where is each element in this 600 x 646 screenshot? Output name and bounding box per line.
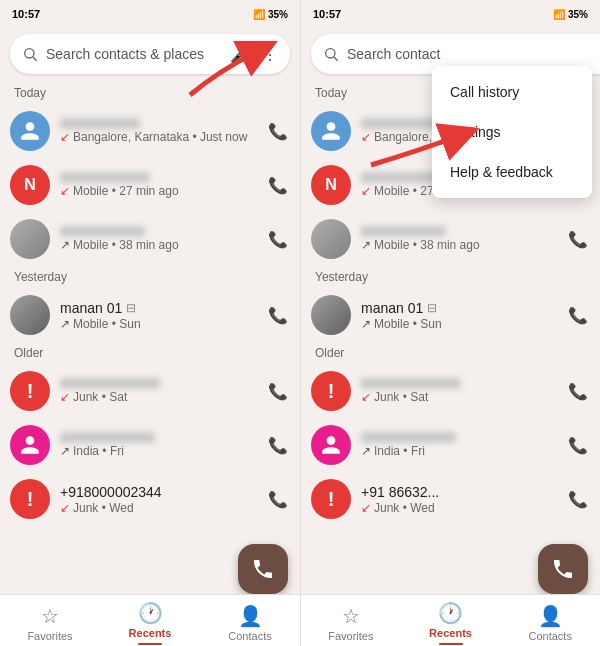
call-info-6: ↗ India • Fri	[60, 432, 258, 458]
call-name-6	[60, 432, 258, 443]
fab-button[interactable]	[238, 544, 288, 594]
call-info-7: +918000002344 ↙ Junk • Wed	[60, 484, 258, 515]
right-call-phone-5[interactable]: 📞	[568, 382, 588, 401]
name-blur-5	[60, 378, 160, 389]
call-detail-6: ↗ India • Fri	[60, 444, 258, 458]
dropdown-help[interactable]: Help & feedback	[432, 152, 592, 192]
right-call-item-6[interactable]: ↗ India • Fri 📞	[301, 418, 600, 472]
call-item-3[interactable]: ↗ Mobile • 38 min ago 📞	[0, 212, 300, 266]
right-avatar-4	[311, 295, 351, 335]
call-phone-3[interactable]: 📞	[268, 230, 288, 249]
call-phone-7[interactable]: 📞	[268, 490, 288, 509]
dropdown-settings[interactable]: Settings	[432, 112, 592, 152]
section-older-left: Older	[0, 342, 300, 364]
call-item-1[interactable]: ↙ Bangalore, Karnataka • Just now 📞	[0, 104, 300, 158]
favorites-icon: ☆	[41, 604, 59, 628]
nav-recents-label: Recents	[129, 627, 172, 639]
call-name-2	[60, 172, 258, 183]
svg-line-1	[33, 57, 37, 61]
right-call-item-5[interactable]: ! ↙ Junk • Sat 📞	[301, 364, 600, 418]
recents-icon-right: 🕐	[438, 601, 463, 625]
bottom-nav-left: ☆ Favorites 🕐 Recents 👤 Contacts	[0, 594, 300, 646]
battery-icon-right: 35%	[568, 9, 588, 20]
avatar-6	[10, 425, 50, 465]
svg-point-2	[326, 49, 335, 58]
call-info-1: ↙ Bangalore, Karnataka • Just now	[60, 118, 258, 144]
sim-icon-right-4: ⊟	[427, 301, 437, 315]
call-item-5[interactable]: ! ↙ Junk • Sat 📞	[0, 364, 300, 418]
nav-favorites-right[interactable]: ☆ Favorites	[301, 600, 401, 642]
contacts-icon-right: 👤	[538, 604, 563, 628]
recents-icon: 🕐	[138, 601, 163, 625]
call-info-5: ↙ Junk • Sat	[60, 378, 258, 404]
mic-icon[interactable]: 🎤	[230, 45, 250, 64]
favorites-icon-right: ☆	[342, 604, 360, 628]
call-phone-1[interactable]: 📞	[268, 122, 288, 141]
section-today-left: Today	[0, 82, 300, 104]
name-blur-3	[60, 226, 145, 237]
more-icon-left[interactable]: ⋮	[262, 45, 278, 64]
section-older-right: Older	[301, 342, 600, 364]
fab-button-right[interactable]	[538, 544, 588, 594]
nav-favorites-left[interactable]: ☆ Favorites	[0, 600, 100, 642]
contacts-icon: 👤	[238, 604, 263, 628]
avatar-1	[10, 111, 50, 151]
right-call-name-6	[361, 432, 558, 443]
right-call-info-3: ↗ Mobile • 38 min ago	[361, 226, 558, 252]
right-call-phone-3[interactable]: 📞	[568, 230, 588, 249]
call-type-icon-3: ↗	[60, 238, 70, 252]
right-call-phone-7[interactable]: 📞	[568, 490, 588, 509]
right-avatar-2: N	[311, 165, 351, 205]
nav-recents-right[interactable]: 🕐 Recents	[401, 597, 501, 645]
svg-point-0	[25, 49, 34, 58]
nav-contacts-label-right: Contacts	[528, 630, 571, 642]
svg-line-3	[334, 57, 338, 61]
right-call-name-3	[361, 226, 558, 237]
section-yesterday-left: Yesterday	[0, 266, 300, 288]
right-avatar-1	[311, 111, 351, 151]
right-avatar-6	[311, 425, 351, 465]
call-phone-6[interactable]: 📞	[268, 436, 288, 455]
avatar-2: N	[10, 165, 50, 205]
right-call-item-7[interactable]: ! +91 86632... ↙ Junk • Wed 📞	[301, 472, 600, 526]
call-name-5	[60, 378, 258, 389]
call-detail-4: ↗ Mobile • Sun	[60, 317, 258, 331]
call-item-4[interactable]: manan 01 ⊟ ↗ Mobile • Sun 📞	[0, 288, 300, 342]
call-phone-5[interactable]: 📞	[268, 382, 288, 401]
nav-recents-left[interactable]: 🕐 Recents	[100, 597, 200, 645]
call-phone-4[interactable]: 📞	[268, 306, 288, 325]
call-name-3	[60, 226, 258, 237]
avatar-5: !	[10, 371, 50, 411]
call-info-2: ↙ Mobile • 27 min ago	[60, 172, 258, 198]
right-call-name-7: +91 86632...	[361, 484, 558, 500]
right-avatar-7: !	[311, 479, 351, 519]
call-detail-1: ↙ Bangalore, Karnataka • Just now	[60, 130, 258, 144]
dropdown-call-history[interactable]: Call history	[432, 72, 592, 112]
wifi-icon-right: 📶	[553, 9, 565, 20]
wifi-icon: 📶	[253, 9, 265, 20]
right-call-item-4[interactable]: manan 01 ⊟ ↗ Mobile • Sun 📞	[301, 288, 600, 342]
call-type-icon-2: ↙	[60, 184, 70, 198]
call-item-2[interactable]: N ↙ Mobile • 27 min ago 📞	[0, 158, 300, 212]
battery-icon: 35%	[268, 9, 288, 20]
call-type-icon-4: ↗	[60, 317, 70, 331]
call-item-7[interactable]: ! +918000002344 ↙ Junk • Wed 📞	[0, 472, 300, 526]
nav-favorites-label-right: Favorites	[328, 630, 373, 642]
call-info-3: ↗ Mobile • 38 min ago	[60, 226, 258, 252]
call-name-1	[60, 118, 258, 129]
status-icons-left: 📶 35%	[253, 9, 288, 20]
nav-contacts-left[interactable]: 👤 Contacts	[200, 600, 300, 642]
right-call-info-5: ↙ Junk • Sat	[361, 378, 558, 404]
search-bar-left[interactable]: Search contacts & places 🎤 ⋮	[10, 34, 290, 74]
call-phone-2[interactable]: 📞	[268, 176, 288, 195]
right-call-phone-6[interactable]: 📞	[568, 436, 588, 455]
right-call-item-3[interactable]: ↗ Mobile • 38 min ago 📞	[301, 212, 600, 266]
call-detail-2: ↙ Mobile • 27 min ago	[60, 184, 258, 198]
call-type-icon-5: ↙	[60, 390, 70, 404]
right-call-phone-4[interactable]: 📞	[568, 306, 588, 325]
call-item-6[interactable]: ↗ India • Fri 📞	[0, 418, 300, 472]
right-panel: 10:57 📶 35% Search contact Call history …	[300, 0, 600, 646]
right-call-detail-5: ↙ Junk • Sat	[361, 390, 558, 404]
nav-contacts-right[interactable]: 👤 Contacts	[500, 600, 600, 642]
right-avatar-5: !	[311, 371, 351, 411]
